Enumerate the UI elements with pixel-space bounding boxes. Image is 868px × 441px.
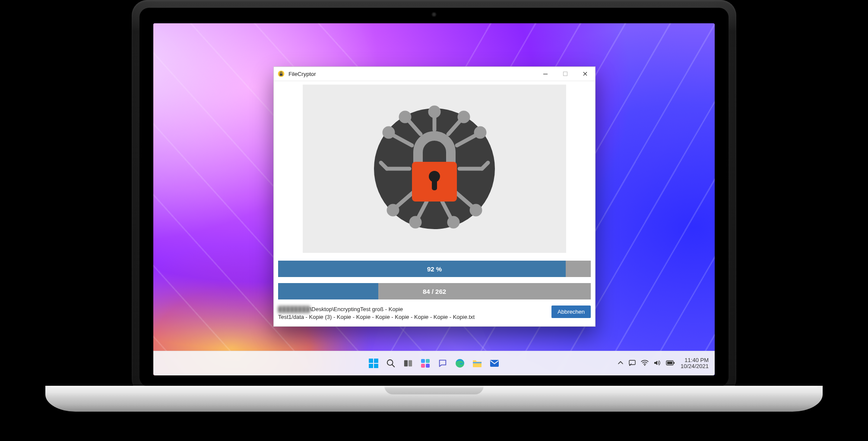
tray-overflow[interactable] [618,360,624,367]
tray-volume[interactable] [654,360,661,367]
svg-point-9 [476,128,485,137]
svg-rect-35 [674,362,675,364]
app-body: 92 % 84 / 262 ████████\Desktop\Encryptin… [274,85,595,326]
maximize-button [555,67,575,81]
progress-bar-overall: 92 % [278,261,591,277]
laptop-camera [432,12,437,17]
svg-rect-2 [543,74,548,74]
svg-rect-27 [426,364,430,368]
edge-icon [455,358,465,369]
svg-rect-31 [629,360,635,365]
status-path-obscured: ████████ [278,306,310,312]
svg-rect-36 [667,362,672,364]
chevron-up-icon [618,360,624,366]
close-button[interactable] [575,67,595,81]
svg-rect-16 [432,176,437,190]
app-logo-panel [303,85,566,253]
svg-rect-20 [374,364,378,368]
windows-icon [368,358,379,369]
svg-point-7 [459,113,468,121]
search-icon [386,359,396,368]
taskbar-start[interactable] [367,357,380,370]
svg-point-33 [644,365,646,366]
svg-point-32 [629,364,630,365]
taskbar: 11:40 PM 10/24/2021 [153,351,715,375]
svg-rect-17 [369,359,373,363]
tray-clock[interactable]: 11:40 PM 10/24/2021 [681,357,709,369]
svg-point-11 [472,206,480,214]
explorer-icon [472,359,482,368]
svg-rect-29 [473,362,482,363]
tray-battery[interactable] [666,360,675,367]
laptop-base [45,386,823,412]
status-path-line2: Test1/data - Kopie (3) - Kopie - Kopie -… [278,314,475,320]
taskbar-search[interactable] [384,357,397,370]
taskbar-widgets[interactable] [419,357,432,370]
widgets-icon [420,358,431,369]
svg-rect-26 [421,364,425,368]
progress-bar-overall-label: 92 % [278,261,591,277]
svg-rect-18 [374,359,378,363]
status-text: ████████\Desktop\EncryptingTest groß - K… [278,306,546,321]
svg-point-10 [389,206,397,214]
volume-icon [654,360,661,366]
tray-wifi[interactable] [641,360,649,367]
svg-point-12 [411,218,420,227]
app-title: FileCryptor [288,71,316,77]
svg-point-8 [384,128,393,137]
battery-icon [666,360,675,365]
screen: FileCryptor [153,23,715,375]
cancel-button[interactable]: Abbrechen [551,306,591,318]
svg-point-13 [449,218,458,227]
tray-time: 11:40 PM [681,357,709,363]
svg-rect-23 [409,360,412,367]
taskbar-edge[interactable] [453,357,466,370]
svg-rect-1 [280,73,283,76]
svg-point-6 [401,113,409,121]
lock-app-icon [277,70,285,78]
svg-rect-19 [369,364,373,368]
filecryptor-window: FileCryptor [273,66,596,327]
svg-rect-24 [421,359,425,363]
encryption-lock-icon [370,104,499,233]
svg-rect-3 [564,72,567,76]
taskbar-chat[interactable] [436,357,449,370]
taskview-icon [403,359,413,368]
taskbar-explorer[interactable] [471,357,484,370]
tray-cast[interactable] [629,360,636,367]
taskbar-center [367,357,501,370]
chat-icon [438,359,447,368]
cast-icon [629,360,636,366]
titlebar[interactable]: FileCryptor [274,67,595,81]
laptop-frame: FileCryptor [132,0,736,441]
wifi-icon [641,360,649,366]
system-tray: 11:40 PM 10/24/2021 [618,351,709,375]
laptop-lid: FileCryptor [132,0,736,394]
status-path-line1: \Desktop\EncryptingTest groß - Kopie [310,306,403,312]
svg-rect-25 [426,359,430,363]
svg-point-5 [430,107,439,116]
minimize-button[interactable] [535,67,555,81]
mail-icon [489,359,500,368]
tray-date: 10/24/2021 [681,363,709,369]
svg-rect-22 [404,360,408,367]
taskbar-taskview[interactable] [402,357,415,370]
progress-bar-files: 84 / 262 [278,283,591,299]
taskbar-mail[interactable] [488,357,501,370]
progress-bar-files-label: 84 / 262 [278,283,591,299]
